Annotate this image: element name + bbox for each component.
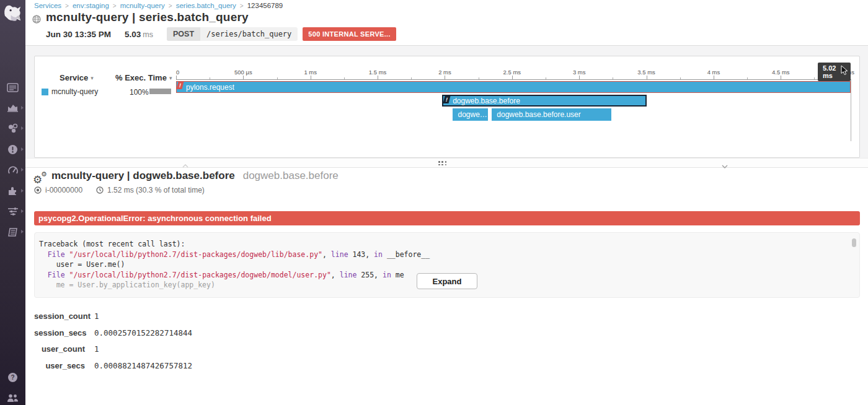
- span-detail-header: mcnulty-query | dogweb.base.before dogwe…: [51, 170, 339, 182]
- sidebar-item-integrations[interactable]: [0, 183, 25, 199]
- code-segment: File: [48, 250, 65, 259]
- exec-time-bar: [149, 89, 171, 94]
- flamegraph-chart: 0500 µs1 ms1.5 ms2 ms2.5 ms3 ms3.5 ms4 m…: [176, 56, 851, 157]
- code-segment: 255,: [356, 271, 383, 279]
- axis-minor-tick: [277, 77, 278, 79]
- exec-time-column-label: % Exec. Time: [115, 73, 167, 82]
- breadcrumb-item[interactable]: env:staging: [73, 2, 109, 9]
- puzzle-icon: [7, 186, 18, 196]
- code-segment: [65, 271, 69, 279]
- attribute-key: user_count: [34, 344, 85, 354]
- flamegraph-span[interactable]: !dogweb.base.before: [442, 95, 646, 107]
- trace-end-line: [851, 80, 851, 141]
- trace-date: Jun 30 13:35 PM: [46, 30, 111, 39]
- bubbles-icon: [7, 123, 19, 134]
- expand-button[interactable]: Expand: [417, 273, 477, 289]
- flamegraph-span[interactable]: !pylons.request: [176, 81, 851, 93]
- axis-tick-mark: [714, 76, 714, 79]
- axis-minor-tick: [411, 77, 412, 79]
- alert-icon: [7, 144, 18, 155]
- attribute-value: 0.0002570152282714844: [94, 328, 192, 338]
- axis-tick-mark: [781, 76, 781, 79]
- attribute-row: session_count1: [34, 311, 192, 321]
- attribute-key: session_count: [34, 311, 85, 321]
- error-banner: psycopg2.OperationalError: asynchronous …: [34, 211, 860, 225]
- axis-tick-label: 3.5 ms: [637, 69, 655, 76]
- list-icon: [7, 83, 19, 92]
- sidebar-item-reports[interactable]: [0, 79, 25, 95]
- breadcrumb-item[interactable]: series.batch_query: [176, 2, 236, 9]
- collapse-down-icon[interactable]: [721, 160, 728, 172]
- axis-minor-tick: [344, 77, 345, 79]
- span-resource-name: dogweb.base.before: [243, 170, 339, 182]
- axis-minor-tick: [546, 77, 546, 79]
- attribute-value: 0.0008821487426757812: [94, 361, 192, 370]
- axis-minor-tick: [747, 77, 748, 79]
- code-segment: ,: [331, 271, 340, 279]
- attribute-key: session_secs: [34, 328, 85, 338]
- mouse-cursor-icon: [841, 65, 848, 78]
- filter-icon: [7, 207, 19, 216]
- span-label: pylons.request: [177, 83, 234, 92]
- axis-tick-label: 4.5 ms: [772, 69, 790, 76]
- service-name[interactable]: mcnulty-query: [51, 87, 98, 96]
- axis-tick-label: 3 ms: [573, 69, 586, 76]
- sidebar-item-notebooks[interactable]: [0, 224, 25, 240]
- code-segment: "/usr/local/lib/python2.7/dist-packages/…: [69, 250, 323, 259]
- scrollbar-thumb[interactable]: [852, 238, 856, 247]
- code-segment: Traceback (most recent call last):: [39, 240, 185, 248]
- traceback-line: user = User.me(): [39, 259, 847, 270]
- host-name[interactable]: i-00000000: [45, 186, 82, 194]
- exec-time-column-header[interactable]: % Exec. Time▾: [115, 73, 172, 82]
- panel-divider: [25, 158, 868, 168]
- code-segment: "/usr/local/lib/python2.7/dist-packages/…: [69, 271, 331, 279]
- flamegraph-panel: Service▾ % Exec. Time▾ mcnulty-query 100…: [34, 56, 860, 158]
- code-segment: __before__: [383, 250, 430, 259]
- breadcrumb-item[interactable]: mcnulty-query: [120, 2, 165, 9]
- sidebar-item-infrastructure[interactable]: [0, 121, 25, 137]
- axis-tick-label: 0: [176, 69, 179, 76]
- code-segment: [65, 250, 69, 259]
- breadcrumb: Services>env:staging>mcnulty-query>serie…: [34, 2, 283, 9]
- attribute-key: user_secs: [34, 361, 85, 370]
- axis-tick-label: 1.5 ms: [369, 69, 387, 76]
- axis-tick-mark: [311, 76, 311, 79]
- sidebar-item-metrics[interactable]: [0, 162, 25, 178]
- axis-tick-mark: [647, 76, 647, 79]
- span-label: dogweb.base.before: [443, 97, 520, 105]
- sidebar-item-monitors[interactable]: [0, 141, 25, 157]
- service-column-header[interactable]: Service▾: [60, 73, 94, 82]
- breadcrumb-item[interactable]: Services: [34, 2, 61, 9]
- span-settings-gears-icon[interactable]: ⚙⚙: [33, 172, 49, 186]
- breadcrumb-separator: >: [65, 2, 69, 9]
- chevron-right-icon: [21, 209, 24, 213]
- chevron-right-icon: [21, 147, 24, 151]
- attribute-value: 1: [94, 311, 99, 321]
- sidebar-item-apm[interactable]: [0, 203, 25, 219]
- chevron-right-icon: [21, 106, 24, 110]
- axis-minor-tick: [814, 77, 815, 79]
- axis-tick-label: 4 ms: [707, 69, 720, 76]
- drag-handle-icon[interactable]: [438, 161, 448, 166]
- code-segment: in: [374, 250, 383, 259]
- http-method-chip: POST: [167, 27, 200, 41]
- axis-tick-label: 500 µs: [234, 69, 252, 76]
- span-detail-title: mcnulty-query | dogweb.base.before: [51, 170, 235, 182]
- attribute-row: user_secs0.0008821487426757812: [34, 361, 192, 370]
- sidebar-item-help[interactable]: ?: [0, 369, 25, 385]
- sidebar-item-dashboards[interactable]: [0, 100, 25, 116]
- axis-minor-tick: [680, 77, 681, 79]
- code-segment: line: [340, 271, 357, 279]
- flamegraph-span[interactable]: dogweb.b..: [453, 108, 487, 121]
- code-segment: me: [391, 271, 404, 279]
- code-segment: 143,: [348, 250, 374, 259]
- datadog-logo-icon[interactable]: [2, 3, 23, 24]
- flamegraph-span[interactable]: dogweb.base.before.user: [492, 108, 611, 121]
- code-segment: [39, 271, 48, 279]
- traceback-line: File "/usr/local/lib/python2.7/dist-pack…: [39, 250, 847, 260]
- sidebar-item-team[interactable]: [0, 390, 25, 405]
- attribute-row: session_secs0.0002570152282714844: [34, 328, 192, 338]
- trace-meta-row: Jun 30 13:35 PM 5.03ms POST /series/batc…: [46, 27, 396, 41]
- page-title: mcnulty-query | series.batch_query: [46, 11, 249, 24]
- book-icon: [7, 227, 18, 237]
